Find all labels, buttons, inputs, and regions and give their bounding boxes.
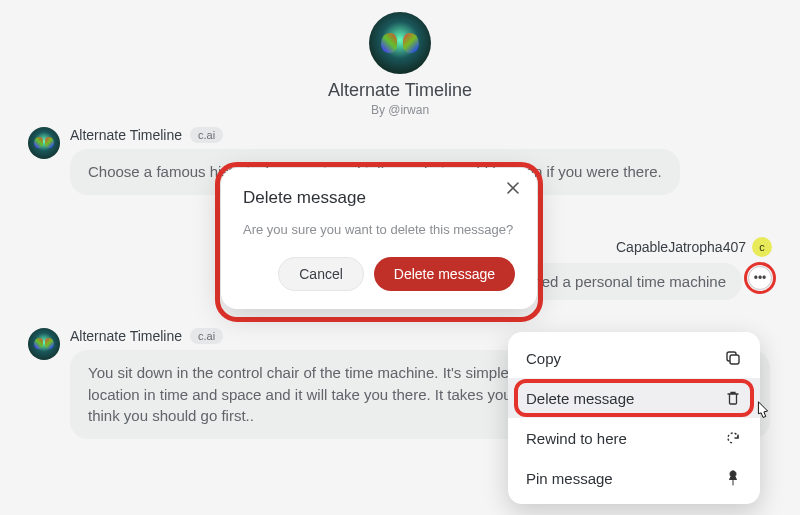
delete-confirm-dialog: Delete message Are you sure you want to … [221,168,537,309]
user-name: CapableJatropha407 [616,239,746,255]
cai-badge: c.ai [190,328,223,344]
message-more-button[interactable]: ••• [748,266,772,290]
svg-rect-1 [730,355,739,364]
copy-icon [724,349,742,367]
dialog-body-text: Are you sure you want to delete this mes… [243,222,515,237]
confirm-delete-button[interactable]: Delete message [374,257,515,291]
pin-icon [724,469,742,487]
dialog-title: Delete message [243,188,515,208]
butterfly-icon [34,136,54,150]
character-avatar-large [369,12,431,74]
menu-item-label: Rewind to here [526,430,627,447]
menu-item-label: Pin message [526,470,613,487]
menu-item-label: Delete message [526,390,634,407]
cancel-button[interactable]: Cancel [278,257,364,291]
page-title: Alternate Timeline [328,80,472,101]
message-context-menu: Copy Delete message Rewind to here Pin m… [508,332,760,504]
menu-item-copy[interactable]: Copy [508,338,760,378]
cai-badge: c.ai [190,127,223,143]
menu-item-label: Copy [526,350,561,367]
dialog-close-button[interactable] [507,182,519,194]
butterfly-icon [34,337,54,351]
menu-item-delete[interactable]: Delete message [508,378,760,418]
rewind-icon [724,429,742,447]
butterfly-icon [381,29,419,57]
close-icon [507,182,519,194]
character-avatar-small [28,127,60,159]
menu-item-pin[interactable]: Pin message [508,458,760,498]
sender-name: Alternate Timeline [70,127,182,143]
trash-icon [724,389,742,407]
user-avatar: c [752,237,772,257]
dots-icon: ••• [754,271,767,285]
sender-name: Alternate Timeline [70,328,182,344]
character-avatar-small [28,328,60,360]
menu-item-rewind[interactable]: Rewind to here [508,418,760,458]
author-byline[interactable]: By @irwan [371,103,429,117]
